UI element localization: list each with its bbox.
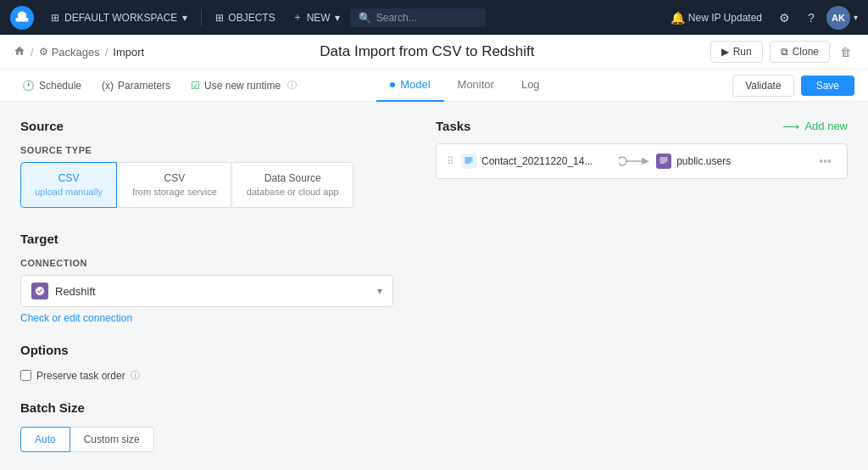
breadcrumb-home[interactable] — [14, 45, 25, 59]
connection-label: Connection — [20, 258, 415, 268]
delete-button[interactable]: 🗑 — [837, 42, 854, 62]
schedule-btn[interactable]: 🕐 Schedule — [14, 76, 90, 95]
objects-label: OBJECTS — [228, 12, 275, 24]
avatar-chevron: ▾ — [854, 13, 858, 22]
toolbar-right: Validate Save — [732, 75, 854, 97]
batch-section: Batch Size Auto Custom size — [20, 400, 415, 452]
run-icon: ▶ — [721, 46, 729, 58]
task-row: ⠿ Contact_20211220_14... public.users — [436, 143, 848, 179]
bell-icon: 🔔 — [670, 11, 685, 25]
parameters-label: Parameters — [118, 80, 170, 92]
search-icon: 🔍 — [359, 12, 371, 24]
tab-log[interactable]: Log — [508, 70, 554, 102]
csv-storage-line1: CSV — [132, 171, 217, 186]
use-new-runtime-btn[interactable]: ☑ Use new runtime ⓘ — [182, 76, 305, 95]
tab-monitor-label: Monitor — [458, 78, 494, 91]
notification-area[interactable]: 🔔 New IP Updated — [664, 8, 769, 28]
clone-icon: ⧉ — [781, 46, 788, 58]
task-arrow-connector — [619, 154, 649, 168]
source-type-label: Source Type — [20, 145, 415, 155]
batch-custom-btn[interactable]: Custom size — [70, 427, 154, 452]
batch-buttons: Auto Custom size — [20, 427, 415, 452]
task-target: public.users — [656, 154, 807, 169]
target-title: Target — [20, 232, 415, 246]
breadcrumb-packages-label: Packages — [52, 46, 100, 59]
new-label: NEW — [307, 12, 331, 24]
run-label: Run — [733, 46, 752, 58]
workspace-chevron: ▾ — [182, 12, 187, 24]
check-connection-link[interactable]: Check or edit connection — [20, 312, 132, 324]
tab-active-dot — [390, 82, 395, 87]
info-icon: ⓘ — [287, 79, 297, 92]
breadcrumb-current: Import — [113, 46, 144, 59]
options-section: Options Preserve task order ⓘ — [20, 343, 415, 382]
task-source-icon — [461, 154, 476, 169]
breadcrumb-sep-1: / — [31, 46, 34, 59]
csv-upload-line1: CSV — [35, 171, 103, 186]
settings-icon-btn[interactable]: ⚙ — [772, 6, 796, 30]
target-section: Target Connection Redshift ▾ Check or ed… — [20, 232, 415, 324]
clone-label: Clone — [793, 46, 819, 58]
avatar[interactable]: AK — [826, 6, 850, 30]
toolbar: 🕐 Schedule (x) Parameters ☑ Use new runt… — [0, 70, 868, 102]
preserve-task-order-label[interactable]: Preserve task order — [36, 370, 125, 382]
schedule-icon: 🕐 — [22, 80, 35, 92]
data-source-line1: Data Source — [247, 171, 339, 186]
main-content: Source Source Type CSV upload manually C… — [0, 102, 868, 470]
workspace-label: DEFAULT WORKSPACE — [64, 12, 177, 24]
preserve-task-info-icon: ⓘ — [131, 369, 140, 382]
page-title: Data Import from CSV to Redshift — [320, 43, 534, 59]
connection-select[interactable]: Redshift ▾ — [20, 275, 393, 307]
save-label: Save — [816, 80, 839, 92]
preserve-task-order-checkbox[interactable] — [20, 370, 31, 381]
app-logo[interactable] — [10, 6, 34, 30]
nav-divider-1 — [201, 9, 202, 26]
help-icon-btn[interactable]: ? — [799, 6, 823, 30]
right-panel: Tasks ⟶ Add new ⠿ Contact_20211220_14... — [436, 119, 848, 453]
run-button[interactable]: ▶ Run — [710, 41, 763, 63]
source-type-csv-upload[interactable]: CSV upload manually — [20, 162, 117, 208]
options-title: Options — [20, 343, 415, 357]
source-types: CSV upload manually CSV from storage ser… — [20, 162, 415, 208]
clone-button[interactable]: ⧉ Clone — [770, 41, 830, 63]
objects-icon: ⊞ — [215, 12, 224, 24]
preserve-task-order-row: Preserve task order ⓘ — [20, 369, 415, 382]
breadcrumb-bar: / ⚙ Packages / Import Data Import from C… — [0, 35, 868, 70]
new-chevron: ▾ — [335, 12, 340, 24]
source-type-csv-storage[interactable]: CSV from storage service — [119, 162, 231, 208]
tab-monitor[interactable]: Monitor — [444, 70, 508, 102]
svg-point-0 — [619, 157, 626, 165]
connection-name: Redshift — [55, 285, 377, 298]
source-type-data-source[interactable]: Data Source database or cloud app — [233, 162, 353, 208]
use-new-runtime-label: Use new runtime — [204, 80, 281, 92]
add-new-arrow-icon: ⟶ — [782, 120, 799, 133]
task-more-icon[interactable]: ••• — [814, 153, 837, 170]
add-new-area: ⟶ Add new — [782, 120, 848, 133]
data-source-line2: database or cloud app — [247, 186, 339, 199]
validate-button[interactable]: Validate — [732, 75, 793, 97]
connection-chevron: ▾ — [377, 285, 382, 297]
breadcrumb-packages[interactable]: ⚙ Packages — [39, 46, 100, 59]
new-btn[interactable]: ＋ NEW ▾ — [286, 7, 347, 28]
tab-log-label: Log — [521, 78, 540, 91]
page-title-area: Data Import from CSV to Redshift — [149, 43, 704, 60]
objects-btn[interactable]: ⊞ OBJECTS — [209, 8, 281, 27]
breadcrumb-sep-2: / — [105, 46, 108, 59]
breadcrumb-actions: ▶ Run ⧉ Clone 🗑 — [710, 41, 854, 63]
tab-model[interactable]: Model — [376, 70, 443, 102]
source-title: Source — [20, 119, 415, 133]
save-button[interactable]: Save — [801, 76, 854, 96]
workspace-selector[interactable]: ⊞ DEFAULT WORKSPACE ▾ — [44, 8, 194, 27]
search-box[interactable]: 🔍 Search... — [350, 8, 486, 27]
add-new-button[interactable]: Add new — [804, 120, 848, 132]
checkbox-icon: ☑ — [191, 80, 200, 92]
svg-marker-2 — [642, 158, 649, 165]
parameters-btn[interactable]: (x) Parameters — [93, 76, 179, 95]
avatar-initials: AK — [832, 13, 845, 23]
left-panel: Source Source Type CSV upload manually C… — [20, 119, 436, 453]
new-plus-icon: ＋ — [292, 10, 303, 25]
batch-auto-btn[interactable]: Auto — [20, 427, 70, 452]
source-section: Source Source Type CSV upload manually C… — [20, 119, 415, 208]
drag-handle-icon[interactable]: ⠿ — [447, 155, 454, 167]
tab-model-label: Model — [400, 78, 430, 91]
